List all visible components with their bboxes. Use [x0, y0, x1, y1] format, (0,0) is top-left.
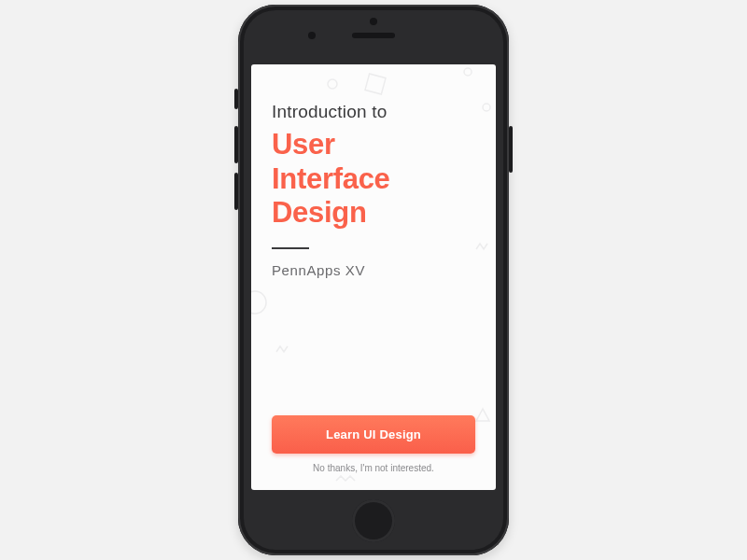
svg-point-1 [328, 79, 337, 89]
front-camera [308, 32, 316, 39]
svg-point-2 [464, 68, 472, 76]
action-area: Learn UI Design No thanks, I'm not inter… [272, 415, 475, 473]
triangle-shape-icon [473, 406, 492, 425]
proximity-sensor [370, 18, 377, 25]
earpiece-speaker [352, 33, 395, 38]
headline-line-2: Interface [272, 162, 475, 197]
dismiss-link[interactable]: No thanks, I'm not interested. [272, 463, 475, 473]
hero-content: Introduction to User Interface Design Pe… [272, 102, 475, 415]
divider-line [272, 247, 309, 249]
volume-down-button [234, 173, 238, 210]
phone-frame: Introduction to User Interface Design Pe… [238, 5, 509, 555]
svg-point-4 [251, 291, 266, 314]
zigzag-shape-icon [335, 475, 359, 483]
intro-line: Introduction to [272, 102, 475, 122]
learn-cta-button[interactable]: Learn UI Design [272, 415, 475, 454]
circle-shape-icon [326, 77, 339, 91]
svg-rect-0 [365, 74, 386, 94]
power-button [509, 126, 513, 173]
circle-shape-icon [462, 66, 473, 77]
circle-shape-icon [251, 288, 274, 316]
home-button[interactable] [352, 499, 395, 542]
subtitle: PennApps XV [272, 262, 475, 278]
circle-shape-icon [481, 102, 492, 113]
app-screen: Introduction to User Interface Design Pe… [251, 64, 496, 490]
square-shape-icon [363, 72, 388, 96]
headline-line-3: Design [272, 196, 475, 231]
svg-point-3 [483, 104, 490, 111]
headline: User Interface Design [272, 128, 475, 231]
volume-up-button [234, 126, 238, 163]
mute-switch [234, 89, 238, 109]
headline-line-1: User [272, 128, 475, 162]
zigzag-shape-icon [475, 242, 490, 251]
